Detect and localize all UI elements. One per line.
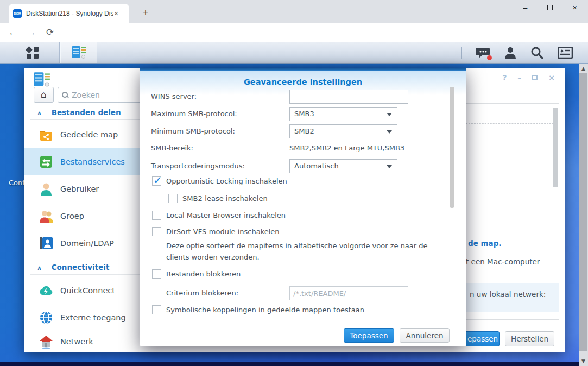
panel-minimize-button[interactable]: – bbox=[517, 73, 521, 82]
checkbox-label: SMB2-lease inschakelen bbox=[182, 194, 268, 204]
sidebar-section-bestanden-delen[interactable]: ∧ Bestanden delen bbox=[37, 108, 121, 117]
sidebar-item-gedeelde-map[interactable]: Gedeelde map bbox=[24, 121, 140, 148]
sidebar-item-externe-toegang[interactable]: Externe toegang bbox=[24, 304, 140, 331]
wins-server-input[interactable] bbox=[289, 90, 408, 104]
sidebar-item-label: Gebruiker bbox=[60, 185, 99, 193]
browser-tab[interactable]: DSM DiskStation218 - Synology DiskSt × bbox=[9, 4, 129, 23]
panel-dashed-divider bbox=[466, 123, 554, 124]
checkbox-label: Bestanden blokkeren bbox=[166, 269, 241, 279]
panel-divider bbox=[466, 103, 559, 104]
panel-maximize-button[interactable] bbox=[532, 73, 538, 82]
oplock-checkbox[interactable] bbox=[152, 176, 161, 186]
maximize-icon bbox=[547, 5, 553, 10]
transport-encryption-label: Transportcoderingsmodus: bbox=[151, 159, 245, 173]
smb2-lease-checkbox[interactable] bbox=[168, 194, 178, 203]
block-files-checkbox-row[interactable]: Bestanden blokkeren bbox=[152, 269, 241, 279]
taskbar-control-panel-button[interactable] bbox=[60, 42, 97, 63]
page-scrollbar[interactable]: ▲ ▼ bbox=[579, 64, 588, 366]
sidebar-item-quickconnect[interactable]: QuickConnect bbox=[24, 277, 140, 304]
symlinks-checkbox[interactable] bbox=[152, 305, 161, 314]
browser-tabbar: DSM DiskStation218 - Synology DiskSt × +… bbox=[0, 0, 588, 23]
panel-close-button[interactable]: × bbox=[548, 73, 555, 82]
dirsort-checkbox-row[interactable]: DirSort VFS-module inschakelen bbox=[152, 227, 280, 237]
panel-info-box: n uw lokaal netwerk: bbox=[466, 283, 559, 312]
panel-link-fragment[interactable]: de map. bbox=[468, 239, 502, 248]
desktop-bottom-strip bbox=[0, 362, 588, 366]
sidebar-item-label: QuickConnect bbox=[60, 286, 115, 295]
dirsort-checkbox[interactable] bbox=[152, 227, 161, 236]
control-panel-icon bbox=[72, 46, 86, 60]
dialog-cancel-button[interactable]: Annuleren bbox=[400, 328, 450, 343]
sidebar-item-bestandservices[interactable]: Bestandservices bbox=[24, 148, 140, 175]
block-files-checkbox[interactable] bbox=[152, 269, 161, 279]
dirsort-description: Deze optie sorteert de mapitems in alfab… bbox=[166, 241, 440, 263]
local-master-browser-checkbox-row[interactable]: Local Master Browser inschakelen bbox=[152, 211, 286, 220]
shared-folder-icon bbox=[39, 128, 53, 142]
transport-encryption-select[interactable]: Automatisch bbox=[289, 159, 397, 173]
window-maximize-button[interactable] bbox=[538, 0, 562, 16]
panel-search-input[interactable] bbox=[72, 91, 137, 99]
window-minimize-button[interactable]: – bbox=[513, 0, 538, 16]
search-lens-icon bbox=[62, 92, 68, 98]
chevron-up-icon: ∧ bbox=[37, 264, 42, 272]
new-tab-button[interactable]: + bbox=[138, 5, 153, 21]
dialog-apply-button[interactable]: Toepassen bbox=[344, 328, 394, 343]
panel-footer-divider bbox=[466, 319, 559, 320]
min-smb-select[interactable]: SMB2 bbox=[289, 124, 397, 138]
dsm-favicon-icon: DSM bbox=[13, 9, 22, 18]
dropdown-arrow-icon bbox=[387, 130, 392, 134]
reload-icon[interactable]: ⟳ bbox=[42, 25, 58, 40]
sidebar-section-connectiviteit[interactable]: ∧ Connectiviteit bbox=[37, 263, 109, 272]
local-master-browser-checkbox[interactable] bbox=[152, 211, 161, 220]
panel-apply-button[interactable]: epassen bbox=[466, 331, 500, 346]
scroll-down-icon[interactable]: ▼ bbox=[579, 358, 588, 364]
globe-icon bbox=[39, 311, 53, 325]
panel-text-fragment: t een Mac-computer bbox=[466, 257, 540, 266]
panel-home-button[interactable]: ⌂ bbox=[34, 87, 54, 103]
widgets-icon bbox=[558, 47, 573, 59]
section-label: Connectiviteit bbox=[52, 263, 110, 272]
user-person-icon bbox=[39, 182, 53, 196]
sidebar-item-label: Bestandservices bbox=[60, 157, 125, 166]
min-smb-value: SMB2 bbox=[294, 127, 314, 135]
wins-server-label: WINS server: bbox=[151, 90, 197, 104]
back-icon[interactable]: ← bbox=[5, 25, 21, 40]
window-close-button[interactable]: × bbox=[562, 0, 587, 16]
oplock-checkbox-row[interactable]: Opportunistic Locking inschakelen bbox=[152, 176, 287, 186]
max-smb-select[interactable]: SMB3 bbox=[289, 107, 397, 121]
sidebar-item-netwerk[interactable]: Netwerk bbox=[24, 331, 140, 352]
tab-title: DiskStation218 - Synology DiskSt bbox=[26, 10, 113, 17]
tab-close-icon[interactable]: × bbox=[114, 9, 118, 18]
panel-help-button[interactable]: ? bbox=[502, 73, 507, 82]
panel-content-scrollbar[interactable] bbox=[553, 108, 558, 187]
sidebar-item-label: Externe toegang bbox=[60, 313, 126, 322]
symlinks-checkbox-row[interactable]: Symbolische koppelingen in gedeelde mapp… bbox=[152, 305, 364, 315]
block-criteria-input[interactable] bbox=[289, 286, 408, 300]
search-button[interactable] bbox=[530, 46, 543, 59]
forward-icon[interactable]: → bbox=[24, 25, 39, 40]
sidebar-item-label: Netwerk bbox=[60, 337, 93, 346]
max-smb-label: Maximum SMB-protocol: bbox=[151, 107, 237, 121]
dialog-scrollbar[interactable] bbox=[450, 87, 454, 208]
main-menu-icon bbox=[27, 47, 39, 59]
notifications-button[interactable] bbox=[476, 46, 490, 59]
block-criteria-label: Criterium blokkeren: bbox=[166, 286, 238, 300]
smb2-lease-checkbox-row[interactable]: SMB2-lease inschakelen bbox=[168, 194, 268, 204]
user-options-button[interactable] bbox=[504, 46, 516, 59]
scroll-up-icon[interactable]: ▲ bbox=[579, 66, 588, 71]
browser-addressbar: ← → ⟳ ⚠ Niet beveiligd 192.168.1.210:500… bbox=[0, 23, 588, 42]
desktop-icon-label: Conf bbox=[9, 179, 25, 187]
smb-range-value: SMB2,SMB2 en Large MTU,SMB3 bbox=[289, 141, 404, 155]
panel-info-text-fragment: n uw lokaal netwerk: bbox=[470, 290, 559, 299]
scrollbar-thumb[interactable] bbox=[579, 73, 587, 351]
dsm-taskbar bbox=[0, 42, 588, 64]
sidebar-item-groep[interactable]: Groep bbox=[24, 203, 140, 230]
panel-restore-button[interactable]: Herstellen bbox=[505, 331, 554, 346]
panel-maximize-icon bbox=[532, 75, 538, 80]
main-menu-button[interactable] bbox=[5, 42, 60, 63]
max-smb-value: SMB3 bbox=[294, 110, 314, 118]
widgets-button[interactable] bbox=[558, 47, 573, 59]
notification-badge bbox=[487, 55, 492, 60]
sidebar-item-gebruiker[interactable]: Gebruiker bbox=[24, 175, 140, 203]
sidebar-item-domein-ldap[interactable]: Domein/LDAP bbox=[24, 230, 140, 257]
